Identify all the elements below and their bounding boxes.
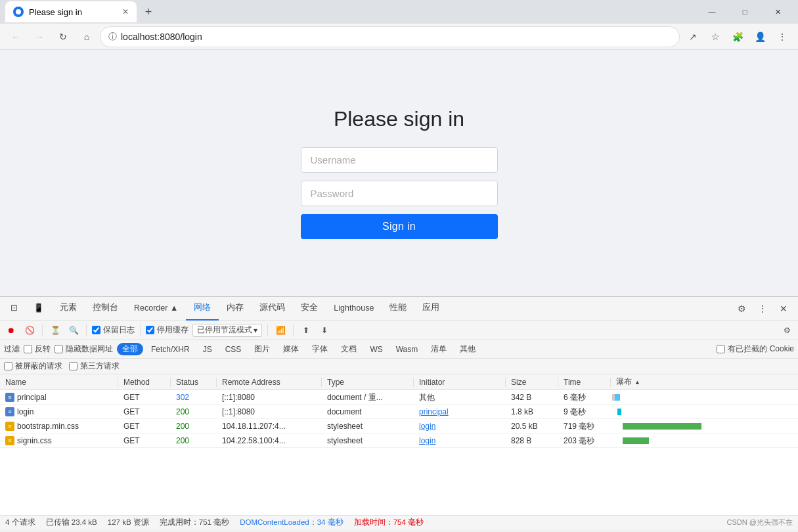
th-method[interactable]: Method — [118, 378, 171, 387]
third-party-input[interactable] — [69, 362, 78, 370]
filter-chip-manifest[interactable]: 清单 — [426, 343, 452, 355]
tab-elements[interactable]: 元素 — [52, 297, 85, 321]
address-bar[interactable]: ⓘ — [100, 26, 680, 47]
back-button[interactable]: ← — [5, 26, 26, 47]
download-icon[interactable]: ⬇ — [317, 323, 332, 338]
hide-data-urls-checkbox[interactable]: 隐藏数据网址 — [55, 344, 113, 355]
filter-chip-ws[interactable]: WS — [365, 344, 388, 355]
table-row[interactable]: signin.css GET 200 104.22.58.100:4... st… — [0, 433, 798, 448]
bookmark-button[interactable]: ☆ — [705, 26, 726, 47]
td-method-bootstrap: GET — [118, 422, 171, 431]
reload-button[interactable]: ↻ — [53, 26, 74, 47]
third-party-checkbox[interactable]: 第三方请求 — [69, 361, 120, 372]
hide-data-urls-input[interactable] — [55, 345, 63, 353]
url-input[interactable] — [121, 32, 671, 42]
blocked-requests-input[interactable] — [4, 362, 12, 370]
filter-chip-fetch[interactable]: Fetch/XHR — [146, 344, 195, 355]
blocked-cookie-input[interactable] — [717, 345, 725, 353]
lock-icon: ⓘ — [108, 31, 117, 43]
wifi-icon[interactable]: 📶 — [273, 323, 288, 338]
toolbar-separator-1 — [42, 324, 43, 336]
filter-chip-wasm[interactable]: Wasm — [391, 344, 424, 355]
filter-chip-js[interactable]: JS — [198, 344, 217, 355]
network-settings-button[interactable]: ⚙ — [780, 323, 794, 338]
tab-title: Please sign in — [29, 7, 82, 17]
tab-sources[interactable]: 源代码 — [252, 297, 293, 321]
reverse-checkbox[interactable]: 反转 — [24, 344, 51, 355]
tab-application[interactable]: 应用 — [414, 297, 447, 321]
close-button[interactable]: ✕ — [763, 1, 793, 22]
home-button[interactable]: ⌂ — [76, 26, 97, 47]
blocked-cookie-checkbox[interactable]: 有已拦截的 Cookie — [717, 344, 794, 355]
record-button[interactable]: ⏺ — [4, 323, 18, 338]
profile-button[interactable]: 👤 — [749, 26, 770, 47]
preserve-log-input[interactable] — [92, 326, 100, 334]
tab-performance[interactable]: 性能 — [382, 297, 414, 321]
disable-cache-checkbox[interactable]: 停用缓存 — [146, 324, 188, 336]
upload-icon[interactable]: ⬆ — [299, 323, 313, 338]
tab-devtools-icon-select[interactable]: ⊡ — [3, 297, 26, 321]
file-doc-icon — [5, 407, 14, 416]
th-size[interactable]: Size — [506, 378, 558, 387]
td-size-principal: 342 B — [506, 393, 558, 402]
tab-network[interactable]: 网络 — [186, 297, 219, 321]
td-name-signin: signin.css — [0, 436, 118, 445]
td-method-principal: GET — [118, 393, 171, 402]
tab-bar: Please sign in ✕ + — [5, 1, 158, 22]
devtools-tab-bar: ⊡ 📱 元素 控制台 Recorder ▲ 网络 内存 源代码 安全 Light… — [0, 297, 798, 321]
table-row[interactable]: principal GET 302 [::1]:8080 document / … — [0, 390, 798, 405]
toolbar-separator-4 — [267, 324, 268, 336]
file-doc-icon — [5, 393, 14, 402]
td-waterfall-principal — [611, 390, 798, 405]
filter-chip-img[interactable]: 图片 — [249, 343, 275, 355]
tab-console[interactable]: 控制台 — [85, 297, 126, 321]
forward-button[interactable]: → — [29, 26, 50, 47]
reverse-input[interactable] — [24, 345, 32, 353]
throttle-dropdown[interactable]: 已停用节流模式 ▾ — [192, 324, 262, 337]
tab-close-button[interactable]: ✕ — [122, 7, 129, 16]
search-button[interactable]: 🔍 — [66, 323, 81, 338]
filter-chip-media[interactable]: 媒体 — [278, 343, 304, 355]
minimize-icon: — — [709, 8, 716, 16]
clear-button[interactable]: 🚫 — [22, 323, 37, 338]
username-input[interactable] — [301, 147, 498, 173]
filter-chip-other[interactable]: 其他 — [454, 343, 481, 355]
maximize-button[interactable]: □ — [730, 1, 760, 22]
tab-lighthouse[interactable]: Lighthouse — [326, 297, 382, 321]
th-name[interactable]: Name — [0, 378, 118, 387]
preserve-log-checkbox[interactable]: 保留日志 — [92, 324, 135, 336]
signin-button[interactable]: Sign in — [301, 214, 498, 239]
tab-security[interactable]: 安全 — [293, 297, 326, 321]
th-waterfall[interactable]: 瀑布 ▲ — [611, 376, 798, 388]
file-css-icon — [5, 422, 14, 431]
th-status[interactable]: Status — [171, 378, 217, 387]
filter-chip-all[interactable]: 全部 — [117, 343, 143, 355]
tab-devtools-icon-device[interactable]: 📱 — [26, 297, 52, 321]
table-row[interactable]: login GET 200 [::1]:8080 document princi… — [0, 405, 798, 419]
tab-memory[interactable]: 内存 — [219, 297, 252, 321]
filter-chip-doc[interactable]: 文档 — [336, 343, 362, 355]
th-remote[interactable]: Remote Address — [217, 378, 322, 387]
share-button[interactable]: ↗ — [682, 26, 703, 47]
new-tab-button[interactable]: + — [139, 3, 158, 21]
filter-chip-font[interactable]: 字体 — [307, 343, 333, 355]
devtools-close-button[interactable]: ✕ — [774, 299, 793, 318]
devtools-more-button[interactable]: ⋮ — [753, 299, 772, 318]
devtools-settings-button[interactable]: ⚙ — [732, 299, 751, 318]
blocked-requests-checkbox[interactable]: 被屏蔽的请求 — [4, 361, 62, 372]
minimize-button[interactable]: — — [697, 1, 727, 22]
password-input[interactable] — [301, 181, 498, 206]
toolbar-separator-5 — [293, 324, 294, 336]
extensions-button[interactable]: 🧩 — [727, 26, 748, 47]
filter-chip-css[interactable]: CSS — [220, 344, 247, 355]
table-row[interactable]: bootstrap.min.css GET 200 104.18.11.207:… — [0, 419, 798, 433]
th-time[interactable]: Time — [558, 378, 611, 387]
td-name-bootstrap: bootstrap.min.css — [0, 422, 118, 431]
disable-cache-input[interactable] — [146, 326, 154, 334]
tab-recorder[interactable]: Recorder ▲ — [126, 297, 186, 321]
th-initiator[interactable]: Initiator — [414, 378, 506, 387]
filter-toggle-button[interactable]: ⏳ — [48, 323, 62, 338]
th-type[interactable]: Type — [322, 378, 414, 387]
menu-button[interactable]: ⋮ — [772, 26, 793, 47]
active-tab[interactable]: Please sign in ✕ — [5, 1, 137, 22]
